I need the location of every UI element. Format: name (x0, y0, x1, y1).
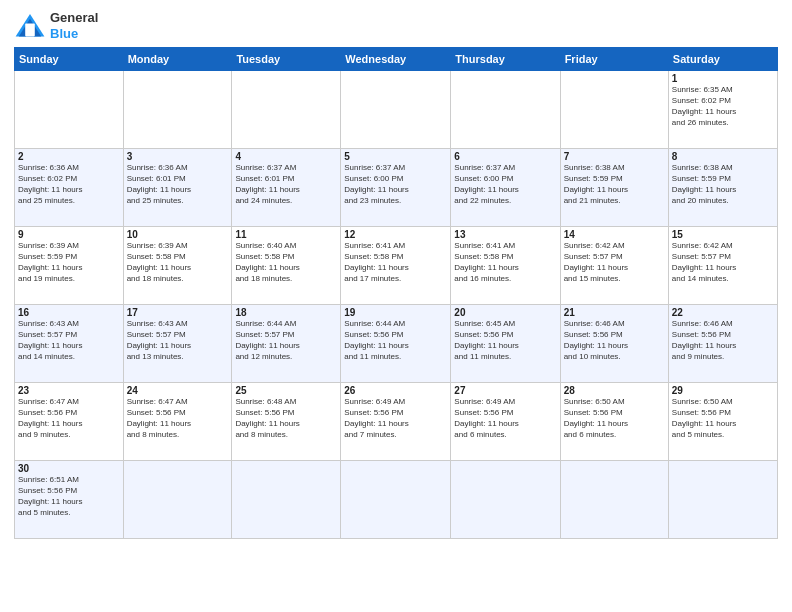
day-info: Sunrise: 6:46 AM Sunset: 5:56 PM Dayligh… (672, 319, 774, 362)
day-number: 21 (564, 307, 665, 318)
day-number: 3 (127, 151, 229, 162)
calendar-cell: 2Sunrise: 6:36 AM Sunset: 6:02 PM Daylig… (15, 149, 124, 227)
day-number: 7 (564, 151, 665, 162)
day-info: Sunrise: 6:42 AM Sunset: 5:57 PM Dayligh… (672, 241, 774, 284)
day-number: 30 (18, 463, 120, 474)
weekday-monday: Monday (123, 48, 232, 71)
calendar-cell: 12Sunrise: 6:41 AM Sunset: 5:58 PM Dayli… (341, 227, 451, 305)
day-number: 2 (18, 151, 120, 162)
calendar-cell: 25Sunrise: 6:48 AM Sunset: 5:56 PM Dayli… (232, 383, 341, 461)
day-info: Sunrise: 6:47 AM Sunset: 5:56 PM Dayligh… (127, 397, 229, 440)
calendar-cell: 4Sunrise: 6:37 AM Sunset: 6:01 PM Daylig… (232, 149, 341, 227)
weekday-thursday: Thursday (451, 48, 560, 71)
day-number: 1 (672, 73, 774, 84)
day-number: 9 (18, 229, 120, 240)
day-info: Sunrise: 6:39 AM Sunset: 5:59 PM Dayligh… (18, 241, 120, 284)
day-info: Sunrise: 6:38 AM Sunset: 5:59 PM Dayligh… (564, 163, 665, 206)
day-info: Sunrise: 6:50 AM Sunset: 5:56 PM Dayligh… (564, 397, 665, 440)
calendar-week-5: 30Sunrise: 6:51 AM Sunset: 5:56 PM Dayli… (15, 461, 778, 539)
calendar-cell (451, 71, 560, 149)
day-info: Sunrise: 6:36 AM Sunset: 6:02 PM Dayligh… (18, 163, 120, 206)
logo-icon (14, 12, 46, 40)
calendar-cell: 23Sunrise: 6:47 AM Sunset: 5:56 PM Dayli… (15, 383, 124, 461)
day-info: Sunrise: 6:48 AM Sunset: 5:56 PM Dayligh… (235, 397, 337, 440)
calendar-cell (232, 461, 341, 539)
calendar-cell: 26Sunrise: 6:49 AM Sunset: 5:56 PM Dayli… (341, 383, 451, 461)
day-info: Sunrise: 6:37 AM Sunset: 6:00 PM Dayligh… (344, 163, 447, 206)
day-info: Sunrise: 6:45 AM Sunset: 5:56 PM Dayligh… (454, 319, 556, 362)
calendar-cell: 24Sunrise: 6:47 AM Sunset: 5:56 PM Dayli… (123, 383, 232, 461)
day-info: Sunrise: 6:51 AM Sunset: 5:56 PM Dayligh… (18, 475, 120, 518)
day-info: Sunrise: 6:40 AM Sunset: 5:58 PM Dayligh… (235, 241, 337, 284)
calendar-week-1: 2Sunrise: 6:36 AM Sunset: 6:02 PM Daylig… (15, 149, 778, 227)
calendar-cell (451, 461, 560, 539)
day-number: 12 (344, 229, 447, 240)
day-info: Sunrise: 6:44 AM Sunset: 5:56 PM Dayligh… (344, 319, 447, 362)
calendar-cell (341, 461, 451, 539)
day-number: 11 (235, 229, 337, 240)
day-info: Sunrise: 6:36 AM Sunset: 6:01 PM Dayligh… (127, 163, 229, 206)
day-number: 26 (344, 385, 447, 396)
calendar-cell (232, 71, 341, 149)
day-info: Sunrise: 6:49 AM Sunset: 5:56 PM Dayligh… (344, 397, 447, 440)
calendar-cell: 27Sunrise: 6:49 AM Sunset: 5:56 PM Dayli… (451, 383, 560, 461)
weekday-wednesday: Wednesday (341, 48, 451, 71)
calendar-cell (668, 461, 777, 539)
day-info: Sunrise: 6:37 AM Sunset: 6:00 PM Dayligh… (454, 163, 556, 206)
calendar-cell: 7Sunrise: 6:38 AM Sunset: 5:59 PM Daylig… (560, 149, 668, 227)
calendar-cell: 21Sunrise: 6:46 AM Sunset: 5:56 PM Dayli… (560, 305, 668, 383)
weekday-saturday: Saturday (668, 48, 777, 71)
calendar-week-0: 1Sunrise: 6:35 AM Sunset: 6:02 PM Daylig… (15, 71, 778, 149)
calendar-cell (560, 461, 668, 539)
day-info: Sunrise: 6:39 AM Sunset: 5:58 PM Dayligh… (127, 241, 229, 284)
day-info: Sunrise: 6:35 AM Sunset: 6:02 PM Dayligh… (672, 85, 774, 128)
page: General Blue SundayMondayTuesdayWednesda… (0, 0, 792, 612)
day-info: Sunrise: 6:43 AM Sunset: 5:57 PM Dayligh… (127, 319, 229, 362)
day-number: 8 (672, 151, 774, 162)
day-info: Sunrise: 6:43 AM Sunset: 5:57 PM Dayligh… (18, 319, 120, 362)
calendar-cell (341, 71, 451, 149)
calendar-week-4: 23Sunrise: 6:47 AM Sunset: 5:56 PM Dayli… (15, 383, 778, 461)
calendar-cell: 28Sunrise: 6:50 AM Sunset: 5:56 PM Dayli… (560, 383, 668, 461)
calendar-cell: 13Sunrise: 6:41 AM Sunset: 5:58 PM Dayli… (451, 227, 560, 305)
day-info: Sunrise: 6:42 AM Sunset: 5:57 PM Dayligh… (564, 241, 665, 284)
calendar-cell: 19Sunrise: 6:44 AM Sunset: 5:56 PM Dayli… (341, 305, 451, 383)
calendar-cell (560, 71, 668, 149)
day-number: 14 (564, 229, 665, 240)
day-number: 18 (235, 307, 337, 318)
day-number: 5 (344, 151, 447, 162)
calendar-cell: 20Sunrise: 6:45 AM Sunset: 5:56 PM Dayli… (451, 305, 560, 383)
calendar-cell: 22Sunrise: 6:46 AM Sunset: 5:56 PM Dayli… (668, 305, 777, 383)
day-number: 23 (18, 385, 120, 396)
day-number: 27 (454, 385, 556, 396)
weekday-friday: Friday (560, 48, 668, 71)
day-number: 24 (127, 385, 229, 396)
day-info: Sunrise: 6:44 AM Sunset: 5:57 PM Dayligh… (235, 319, 337, 362)
calendar-cell: 5Sunrise: 6:37 AM Sunset: 6:00 PM Daylig… (341, 149, 451, 227)
day-number: 25 (235, 385, 337, 396)
day-number: 17 (127, 307, 229, 318)
day-number: 29 (672, 385, 774, 396)
calendar-cell (15, 71, 124, 149)
calendar-cell: 3Sunrise: 6:36 AM Sunset: 6:01 PM Daylig… (123, 149, 232, 227)
day-number: 20 (454, 307, 556, 318)
calendar-cell: 1Sunrise: 6:35 AM Sunset: 6:02 PM Daylig… (668, 71, 777, 149)
day-number: 13 (454, 229, 556, 240)
day-info: Sunrise: 6:47 AM Sunset: 5:56 PM Dayligh… (18, 397, 120, 440)
calendar-cell: 29Sunrise: 6:50 AM Sunset: 5:56 PM Dayli… (668, 383, 777, 461)
day-number: 6 (454, 151, 556, 162)
calendar-cell: 11Sunrise: 6:40 AM Sunset: 5:58 PM Dayli… (232, 227, 341, 305)
calendar-cell: 10Sunrise: 6:39 AM Sunset: 5:58 PM Dayli… (123, 227, 232, 305)
calendar-cell (123, 71, 232, 149)
calendar-cell: 14Sunrise: 6:42 AM Sunset: 5:57 PM Dayli… (560, 227, 668, 305)
calendar-cell: 8Sunrise: 6:38 AM Sunset: 5:59 PM Daylig… (668, 149, 777, 227)
weekday-tuesday: Tuesday (232, 48, 341, 71)
day-number: 4 (235, 151, 337, 162)
calendar-cell: 16Sunrise: 6:43 AM Sunset: 5:57 PM Dayli… (15, 305, 124, 383)
day-info: Sunrise: 6:50 AM Sunset: 5:56 PM Dayligh… (672, 397, 774, 440)
day-number: 10 (127, 229, 229, 240)
logo: General Blue (14, 10, 98, 41)
day-number: 19 (344, 307, 447, 318)
calendar-cell: 15Sunrise: 6:42 AM Sunset: 5:57 PM Dayli… (668, 227, 777, 305)
day-number: 22 (672, 307, 774, 318)
